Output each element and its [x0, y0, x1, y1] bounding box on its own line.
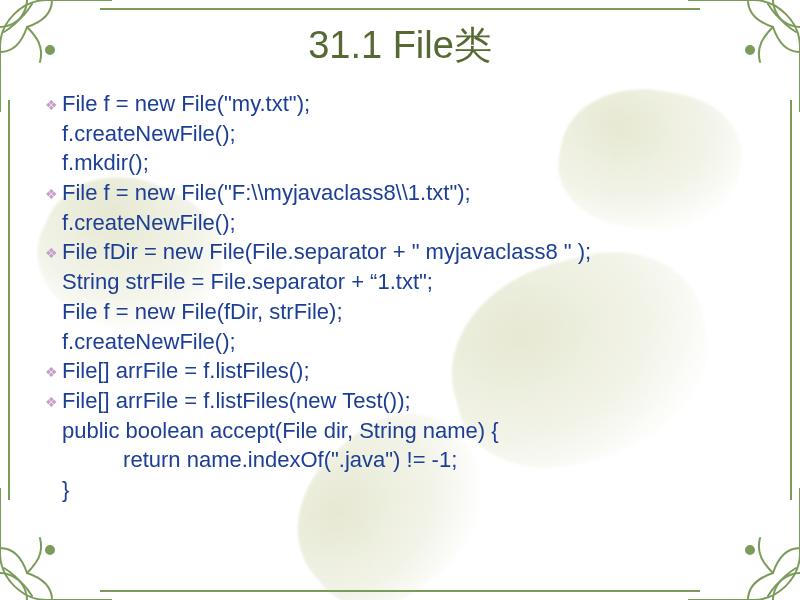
code-line: f.createNewFile(); [62, 208, 760, 238]
bullet-icon: ❖ [40, 178, 62, 204]
continuation-line: File f = new File(fDir, strFile); [40, 297, 760, 327]
continuation-line: String strFile = File.separator + “1.txt… [40, 267, 760, 297]
content-area: ❖File f = new File("my.txt");f.createNew… [40, 89, 760, 505]
code-line: String strFile = File.separator + “1.txt… [62, 267, 760, 297]
bullet-item: ❖File f = new File("F:\\myjavaclass8\\1.… [40, 178, 760, 208]
code-line: f.mkdir(); [62, 148, 760, 178]
bullet-item: ❖File[] arrFile = f.listFiles(); [40, 356, 760, 386]
slide-body: 31.1 File类 ❖File f = new File("my.txt");… [0, 0, 800, 600]
bullet-icon: ❖ [40, 356, 62, 382]
bullet-icon: ❖ [40, 386, 62, 412]
continuation-line: } [40, 475, 760, 505]
code-line: File[] arrFile = f.listFiles(new Test())… [62, 386, 760, 416]
continuation-line: f.createNewFile(); [40, 208, 760, 238]
bullet-item: ❖File fDir = new File(File.separator + "… [40, 237, 760, 267]
continuation-line: public boolean accept(File dir, String n… [40, 416, 760, 446]
continuation-line: f.createNewFile(); [40, 119, 760, 149]
code-line: File fDir = new File(File.separator + " … [62, 237, 760, 267]
continuation-line: f.createNewFile(); [40, 327, 760, 357]
code-line: File[] arrFile = f.listFiles(); [62, 356, 760, 386]
continuation-line: return name.indexOf(".java") != -1; [40, 445, 760, 475]
bullet-item: ❖File f = new File("my.txt"); [40, 89, 760, 119]
code-line: File f = new File(fDir, strFile); [62, 297, 760, 327]
code-line: f.createNewFile(); [62, 327, 760, 357]
code-line: return name.indexOf(".java") != -1; [62, 445, 760, 475]
bullet-icon: ❖ [40, 237, 62, 263]
continuation-line: f.mkdir(); [40, 148, 760, 178]
slide-title: 31.1 File类 [40, 20, 760, 71]
code-line: } [62, 475, 760, 505]
code-line: public boolean accept(File dir, String n… [62, 416, 760, 446]
bullet-item: ❖File[] arrFile = f.listFiles(new Test()… [40, 386, 760, 416]
code-line: File f = new File("my.txt"); [62, 89, 760, 119]
code-line: f.createNewFile(); [62, 119, 760, 149]
bullet-icon: ❖ [40, 89, 62, 115]
code-line: File f = new File("F:\\myjavaclass8\\1.t… [62, 178, 760, 208]
